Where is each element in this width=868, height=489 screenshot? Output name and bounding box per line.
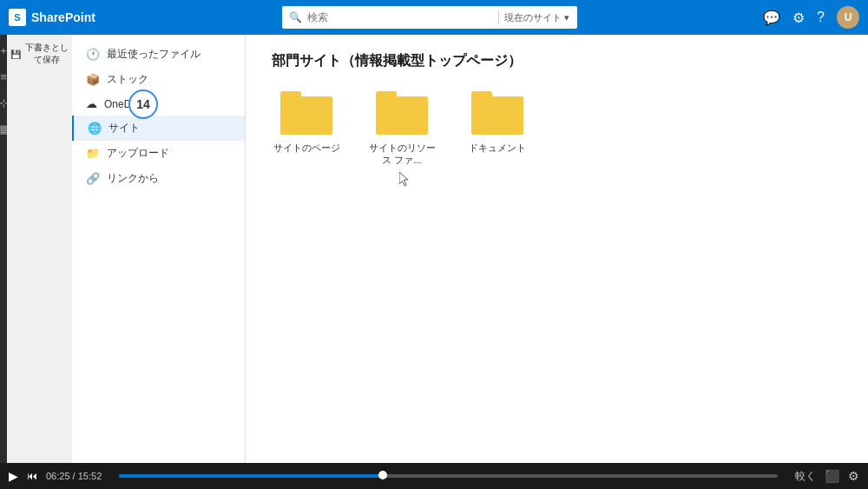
app-logo: S SharePoint [9, 9, 95, 26]
search-icon: 🔍 [289, 11, 302, 23]
sites-icon: 🌐 [88, 122, 102, 135]
recent-icon: 🕐 [86, 48, 100, 61]
nav-label-recent: 最近使ったファイル [107, 47, 201, 62]
file-picker-panel: 🕐 最近使ったファイル 📦 ストック ☁ OneDrive 🌐 サイト 📁 アッ… [72, 35, 246, 463]
folder-pages-label: サイトのページ [273, 142, 340, 154]
folder-resources-icon [376, 91, 428, 135]
nav-label-upload: アップロード [107, 146, 169, 161]
nav-label-link: リンクから [107, 171, 159, 186]
top-bar: S SharePoint 🔍 現在のサイト ▾ 💬 ⚙ ? U [0, 0, 868, 35]
progress-fill [119, 474, 383, 478]
search-input-wrap[interactable]: 🔍 現在のサイト ▾ [282, 6, 577, 29]
folder-resources-label: サイトのリソース ファ... [367, 142, 437, 167]
skip-back-icon[interactable]: ⏮ [27, 470, 37, 482]
save-icon: 💾 [10, 50, 21, 59]
bottom-bar: ▶ ⏮ 06:25 / 15:52 較く ⬛ ⚙ [0, 463, 868, 489]
settings-bottom-icon[interactable]: ⚙ [848, 469, 859, 483]
folders-grid: サイトのページ サイトのリソース ファ... ドキュメント [272, 91, 842, 167]
time-total: 15:52 [78, 471, 102, 481]
save-area: 💾 下書きとして保存 [7, 35, 72, 463]
progress-bar[interactable] [119, 474, 778, 478]
stock-icon: 📦 [86, 73, 100, 86]
save-label: 下書きとして保存 [24, 42, 69, 66]
nav-label-stock: ストック [107, 72, 148, 87]
bottom-right-controls: 較く ⬛ ⚙ [795, 469, 859, 484]
annotation-bubble: 14 [128, 89, 158, 119]
folder-resources[interactable]: サイトのリソース ファ... [367, 91, 437, 167]
folder-documents-label: ドキュメント [469, 142, 526, 154]
folder-pages[interactable]: サイトのページ [272, 91, 341, 167]
time-current: 06:25 [46, 471, 70, 481]
left-sidebar: + ≡ ⊹ ▦ [0, 35, 7, 463]
search-bar: 🔍 現在のサイト ▾ [95, 6, 763, 29]
folder-documents-icon [471, 91, 523, 135]
folder-pages-icon [280, 91, 332, 135]
upload-icon: 📁 [86, 147, 100, 160]
save-button[interactable]: 💾 下書きとして保存 [7, 35, 72, 73]
progress-thumb [378, 471, 387, 479]
subtitle-icon[interactable]: ⬛ [825, 469, 839, 483]
content-title: 部門サイト（情報掲載型トップページ） [272, 52, 842, 70]
top-bar-right: 💬 ⚙ ? U [763, 6, 859, 29]
app-name: SharePoint [31, 10, 95, 24]
nav-label-sites: サイト [108, 121, 140, 135]
nav-item-onedrive[interactable]: ☁ OneDrive [72, 92, 245, 116]
search-scope[interactable]: 現在のサイト ▾ [498, 11, 569, 24]
folder-documents[interactable]: ドキュメント [463, 91, 532, 167]
nav-item-recent[interactable]: 🕐 最近使ったファイル [72, 42, 245, 67]
search-input[interactable] [307, 11, 494, 23]
nav-item-stock[interactable]: 📦 ストック [72, 67, 245, 92]
settings-icon[interactable]: ⚙ [792, 10, 805, 26]
time-display: 06:25 / 15:52 [46, 471, 102, 481]
nav-item-sites[interactable]: 🌐 サイト [72, 116, 245, 141]
nav-item-upload[interactable]: 📁 アップロード [72, 141, 245, 166]
onedrive-icon: ☁ [86, 97, 97, 110]
help-icon[interactable]: ? [817, 10, 825, 25]
link-icon: 🔗 [86, 172, 100, 185]
caption-label[interactable]: 較く [795, 469, 816, 484]
avatar[interactable]: U [837, 6, 859, 29]
nav-item-link[interactable]: 🔗 リンクから [72, 166, 245, 191]
file-picker-nav: 🕐 最近使ったファイル 📦 ストック ☁ OneDrive 🌐 サイト 📁 アッ… [72, 35, 245, 198]
play-button[interactable]: ▶ [9, 469, 18, 483]
chat-icon[interactable]: 💬 [763, 10, 780, 26]
file-content-area: 部門サイト（情報掲載型トップページ） サイトのページ サイトのリソース ファ..… [246, 35, 868, 463]
sharepoint-icon: S [9, 9, 26, 26]
